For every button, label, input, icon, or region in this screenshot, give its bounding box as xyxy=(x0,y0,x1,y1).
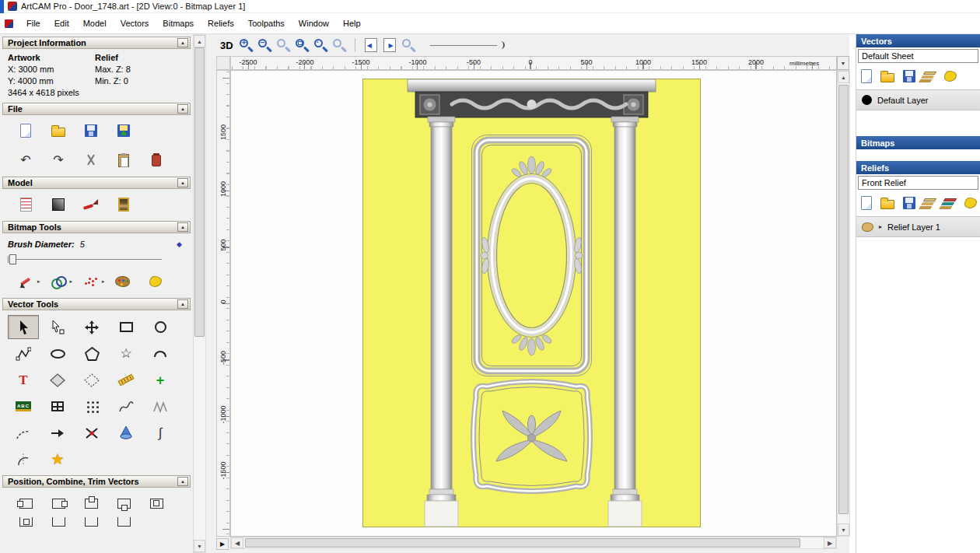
align-bottom-button[interactable] xyxy=(107,492,140,514)
tool-text[interactable]: T xyxy=(8,368,39,392)
tool-fit-polyline[interactable] xyxy=(145,394,176,418)
collapse-arrow-icon[interactable]: ▲ xyxy=(177,222,188,232)
view-3d-button[interactable]: 3D xyxy=(217,36,236,54)
zoom-previous-button[interactable] xyxy=(274,36,292,54)
cut-button[interactable] xyxy=(75,149,107,171)
open-sheet-button[interactable] xyxy=(880,70,894,84)
bitmaps-panel-header[interactable]: Bitmaps xyxy=(856,136,980,149)
drawing-canvas[interactable] xyxy=(230,70,837,537)
canvas-horizontal-scrollbar[interactable]: ◀ ▶ xyxy=(230,537,837,549)
scroll-track[interactable] xyxy=(194,47,205,540)
zoom-out-button[interactable]: − xyxy=(255,36,274,54)
align-center-button[interactable] xyxy=(140,492,173,514)
tool-measure[interactable] xyxy=(42,368,73,392)
canvas-vertical-scrollbar[interactable]: ▲ ▼ xyxy=(837,70,850,537)
flyout-arrow-icon[interactable]: ▸ xyxy=(102,278,105,285)
align-right-button[interactable] xyxy=(42,492,75,514)
page-right-button[interactable]: ▶ xyxy=(380,36,399,54)
tool-spline[interactable]: ∫ xyxy=(145,421,176,445)
flyout-arrow-icon[interactable]: ▸ xyxy=(37,278,40,285)
scroll-thumb[interactable] xyxy=(194,47,205,337)
collapse-arrow-icon[interactable]: ▲ xyxy=(177,299,188,309)
tool-fit-curve[interactable] xyxy=(110,394,142,418)
new-model-button[interactable] xyxy=(9,120,42,142)
brush-diameter-slider[interactable] xyxy=(8,254,162,266)
scroll-down-arrow[interactable]: ▼ xyxy=(838,523,849,536)
scroll-up-arrow[interactable]: ▲ xyxy=(194,35,205,47)
tool-extrude[interactable] xyxy=(110,421,142,445)
zoom-objects-button[interactable] xyxy=(292,36,311,54)
save-relief-button[interactable] xyxy=(903,197,915,211)
menu-toolpaths[interactable]: Toolpaths xyxy=(241,15,292,32)
combine-button[interactable] xyxy=(9,517,42,527)
zoom-in-button[interactable]: + xyxy=(236,36,255,54)
subtract-button[interactable] xyxy=(75,517,107,527)
assistant-scrollbar[interactable]: ▲ ▼ xyxy=(193,34,206,553)
menu-window[interactable]: Window xyxy=(292,15,336,32)
reliefs-panel-header[interactable]: Reliefs xyxy=(856,161,980,174)
tool-polygon[interactable] xyxy=(76,341,107,366)
tool-bitmap-to-vector[interactable]: + xyxy=(145,368,176,392)
tool-fit-arc[interactable] xyxy=(8,421,39,445)
more-button[interactable] xyxy=(964,198,977,210)
set-model-size-button[interactable] xyxy=(9,194,42,215)
tool-mirror-arc[interactable] xyxy=(8,447,39,471)
menu-file[interactable]: File xyxy=(19,15,47,32)
weld-button[interactable] xyxy=(42,517,75,527)
load-image-button[interactable] xyxy=(107,194,140,215)
scroll-right-arrow[interactable]: ▶ xyxy=(824,537,836,548)
sheet-stack-button[interactable] xyxy=(924,72,936,83)
collapse-arrow-icon[interactable]: ▲ xyxy=(177,178,188,187)
paste-button[interactable] xyxy=(107,149,140,171)
layer-colour-swatch[interactable] xyxy=(862,95,872,105)
relief-layer-row[interactable]: ▸ Relief Layer 1 xyxy=(856,216,980,237)
relief-stack-button[interactable] xyxy=(924,198,936,210)
tool-wrap-star[interactable]: ★ xyxy=(42,447,73,471)
open-relief-button[interactable] xyxy=(880,197,894,211)
page-left-button[interactable]: ◀ xyxy=(362,36,380,54)
file-section-header[interactable]: File ▲ xyxy=(2,103,191,115)
collapse-arrow-icon[interactable]: ▲ xyxy=(177,38,188,47)
model-section-header[interactable]: Model ▲ xyxy=(2,177,191,189)
position-combine-header[interactable]: Position, Combine, Trim Vectors ▲ xyxy=(2,475,191,488)
scroll-thumb[interactable] xyxy=(245,538,800,548)
paint-relief-button[interactable] xyxy=(75,194,107,215)
tool-rectangle[interactable] xyxy=(110,315,142,339)
scroll-track[interactable] xyxy=(838,83,849,523)
vector-layer-row[interactable]: Default Layer xyxy=(856,89,980,110)
menu-vectors[interactable]: Vectors xyxy=(114,15,156,32)
palette-button[interactable] xyxy=(107,271,139,292)
new-sheet-button[interactable] xyxy=(861,69,872,85)
slider-handle[interactable] xyxy=(9,254,16,264)
menu-help[interactable]: Help xyxy=(336,15,368,32)
scroll-down-arrow[interactable]: ▼ xyxy=(194,540,205,552)
collapse-arrow-icon[interactable]: ▲ xyxy=(177,104,188,114)
zoom-extent-button[interactable] xyxy=(399,36,418,54)
tool-transform[interactable] xyxy=(76,315,107,339)
align-top-button[interactable] xyxy=(75,492,107,514)
tool-polyline[interactable] xyxy=(8,341,39,366)
vector-tools-header[interactable]: Vector Tools ▲ xyxy=(2,298,191,310)
tool-node-edit[interactable] xyxy=(42,315,73,339)
scroll-up-arrow[interactable]: ▲ xyxy=(838,71,849,83)
tool-trim[interactable] xyxy=(76,421,107,445)
more-button[interactable] xyxy=(944,71,957,83)
slice-button[interactable] xyxy=(107,517,140,527)
vectors-panel-header[interactable]: Vectors xyxy=(856,34,980,47)
collapse-arrow-icon[interactable]: ▲ xyxy=(177,477,188,486)
view-tab-arrow-button[interactable]: ▶ xyxy=(216,538,229,550)
ruler-origin-button[interactable] xyxy=(216,56,230,70)
open-model-button[interactable] xyxy=(42,120,75,142)
flyout-arrow-icon[interactable]: ▸ xyxy=(70,278,73,285)
tool-star[interactable]: ☆ xyxy=(110,341,142,366)
redo-button[interactable]: ↷ xyxy=(42,149,75,171)
menu-model[interactable]: Model xyxy=(76,15,114,32)
zoom-window-button[interactable]: · xyxy=(311,36,330,54)
tool-arc[interactable] xyxy=(145,341,176,366)
save-model-button[interactable] xyxy=(75,120,107,142)
tool-nesting[interactable] xyxy=(76,394,107,418)
view-slider[interactable] xyxy=(430,45,497,46)
tool-arrow[interactable] xyxy=(42,421,73,445)
bitmap-tools-header[interactable]: Bitmap Tools ▲ xyxy=(2,221,191,233)
scroll-track[interactable] xyxy=(243,537,824,548)
